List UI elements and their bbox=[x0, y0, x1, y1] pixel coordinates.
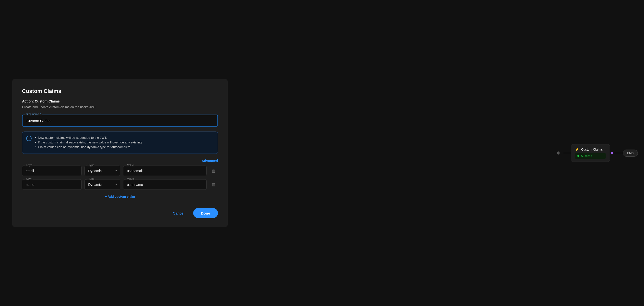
type-label-2: Type bbox=[88, 177, 95, 180]
value-label-2: Value bbox=[126, 177, 135, 180]
workflow-diagram: ⚡ Custom Claims Success END bbox=[557, 144, 638, 162]
action-label: Action: Custom Claims bbox=[22, 99, 218, 103]
claim-type-field-2: Type Dynamic Static bbox=[84, 180, 120, 190]
key-input-1[interactable] bbox=[22, 166, 82, 176]
modal-dialog: Custom Claims Action: Custom Claims Crea… bbox=[12, 79, 228, 227]
claim-key-field-2: Key * bbox=[22, 180, 82, 190]
connector-diamond bbox=[556, 151, 560, 155]
status-text: Success bbox=[581, 154, 592, 158]
advanced-link[interactable]: Advanced bbox=[202, 159, 218, 163]
info-box: i New custom claims will be appended to … bbox=[22, 132, 218, 154]
delete-claim-2[interactable]: 🗑 bbox=[210, 180, 218, 189]
type-label-1: Type bbox=[88, 164, 95, 167]
claim-value-field-2: Value bbox=[123, 180, 207, 190]
value-input-2[interactable] bbox=[123, 180, 207, 190]
connector-dot bbox=[611, 152, 613, 154]
claim-row-2: Key * Type Dynamic Static Value bbox=[22, 180, 218, 190]
type-select-1[interactable]: Dynamic Static bbox=[84, 166, 120, 176]
type-select-wrapper-2: Dynamic Static bbox=[84, 180, 120, 190]
info-item-2: If the custom claim already exists, the … bbox=[35, 140, 213, 144]
type-select-wrapper-1: Dynamic Static bbox=[84, 166, 120, 176]
info-icon: i bbox=[26, 136, 32, 141]
action-description: Create and update custom claims on the u… bbox=[22, 105, 218, 109]
add-custom-claim-button[interactable]: + Add custom claim bbox=[22, 195, 218, 198]
end-node: END bbox=[623, 149, 638, 157]
status-dot bbox=[578, 155, 579, 157]
cancel-button[interactable]: Cancel bbox=[168, 209, 189, 218]
workflow-panel: ⚡ Custom Claims Success END bbox=[551, 0, 644, 306]
claims-container: Key * Type Dynamic Static Value bbox=[22, 166, 218, 190]
right-connector bbox=[610, 152, 623, 154]
done-button[interactable]: Done bbox=[193, 208, 218, 218]
claim-type-field-1: Type Dynamic Static bbox=[84, 166, 120, 176]
claim-row: Key * Type Dynamic Static Value bbox=[22, 166, 218, 176]
key-label-1: Key * bbox=[25, 164, 33, 167]
node-status: Success bbox=[575, 153, 606, 159]
value-input-1[interactable] bbox=[123, 166, 207, 176]
connector-line-left bbox=[564, 153, 571, 153]
value-label-1: Value bbox=[126, 164, 135, 167]
workflow-node-header: ⚡ Custom Claims bbox=[575, 147, 606, 151]
claim-key-field-1: Key * bbox=[22, 166, 82, 176]
key-label-2: Key * bbox=[25, 177, 33, 180]
type-select-2[interactable]: Dynamic Static bbox=[84, 180, 120, 190]
advanced-row: Advanced bbox=[22, 159, 218, 163]
step-name-label: Step name * bbox=[25, 112, 42, 115]
page-wrapper: Custom Claims Action: Custom Claims Crea… bbox=[0, 0, 644, 306]
modal-footer: Cancel Done bbox=[22, 208, 218, 218]
info-item-1: New custom claims will be appended to th… bbox=[35, 136, 213, 139]
key-input-2[interactable] bbox=[22, 180, 82, 190]
claim-value-field-1: Value bbox=[123, 166, 207, 176]
lightning-icon: ⚡ bbox=[575, 147, 579, 151]
delete-claim-1[interactable]: 🗑 bbox=[210, 166, 218, 175]
left-connector bbox=[557, 152, 562, 154]
step-name-field-group: Step name * bbox=[22, 115, 218, 127]
modal-title: Custom Claims bbox=[22, 88, 218, 94]
info-list: New custom claims will be appended to th… bbox=[35, 136, 213, 149]
connector-line-right bbox=[613, 153, 623, 153]
workflow-node: ⚡ Custom Claims Success bbox=[571, 144, 610, 162]
step-name-input[interactable] bbox=[22, 115, 218, 127]
node-title: Custom Claims bbox=[581, 147, 602, 151]
info-item-3: Claim values can be dynamic, use dynamic… bbox=[35, 145, 213, 149]
